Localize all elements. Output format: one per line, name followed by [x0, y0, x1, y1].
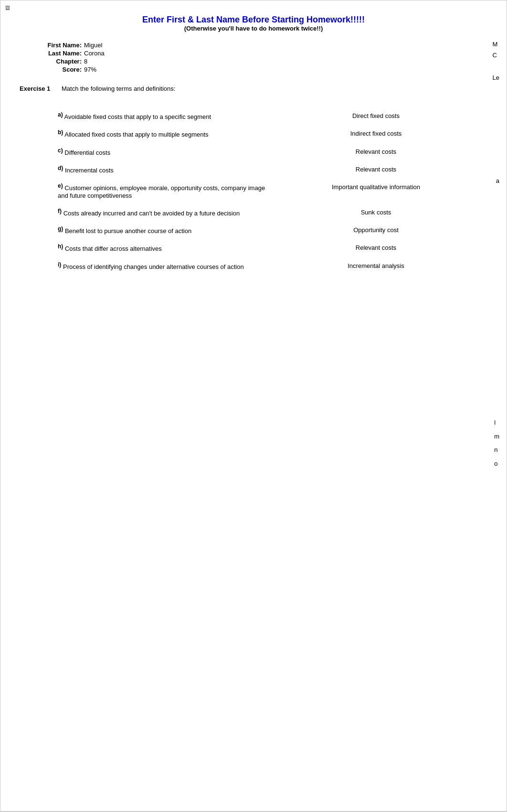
margin-letter-a: a: [496, 177, 499, 184]
bottom-letter-o: o: [494, 457, 499, 471]
match-text-b: Indirect fixed costs: [350, 130, 402, 137]
match-text-a: Direct fixed costs: [352, 112, 400, 119]
item-label-g: g): [58, 225, 63, 232]
match-col-i: Incremental analysis: [284, 261, 468, 269]
match-col-e: Important qualitative information: [284, 182, 468, 191]
bottom-margin-letters: l m n o: [494, 416, 499, 470]
definition-col-f: f) Costs already incurred and can't be a…: [58, 208, 284, 217]
item-label-a: a): [58, 111, 63, 118]
firstname-row: First Name: Miguel: [39, 42, 487, 49]
matching-row-a: a) Avoidable fixed costs that apply to a…: [58, 111, 468, 120]
matching-row-f: f) Costs already incurred and can't be a…: [58, 208, 468, 217]
definition-col-d: d) Incremental costs: [58, 165, 284, 174]
lastname-row: Last Name: Corona: [39, 50, 487, 57]
match-col-c: Relevant costs: [284, 147, 468, 155]
definition-col-h: h) Costs that differ across alternatives: [58, 243, 284, 252]
item-label-e: e): [58, 182, 63, 189]
score-row: Score: 97%: [39, 66, 487, 73]
match-text-d: Relevant costs: [356, 166, 396, 173]
item-label-i: i): [58, 261, 61, 268]
match-text-i: Incremental analysis: [348, 262, 404, 269]
firstname-label: First Name:: [39, 42, 82, 49]
item-label-d: d): [58, 165, 63, 171]
match-text-h: Relevant costs: [356, 244, 396, 251]
exercise-number: Exercise 1: [20, 85, 50, 92]
match-text-f: Sunk costs: [361, 209, 391, 216]
matching-row-i: i) Process of identifying changes under …: [58, 261, 468, 270]
item-text-b: Allocated fixed costs that apply to mult…: [64, 131, 208, 139]
item-label-h: h): [58, 243, 63, 250]
match-col-f: Sunk costs: [284, 208, 468, 216]
match-col-b: Indirect fixed costs: [284, 129, 468, 137]
matching-row-b: b) Allocated fixed costs that apply to m…: [58, 129, 468, 138]
exercise-section: Exercise 1 Match the following terms and…: [20, 85, 487, 92]
item-text-g: Benefit lost to pursue another course of…: [65, 227, 191, 235]
item-text-e: Customer opinions, employee morale, oppo…: [58, 185, 265, 199]
margin-letter-m: M: [493, 39, 499, 50]
header-subtitle: (Otherwise you'll have to do homework tw…: [20, 25, 487, 32]
item-label-f: f): [58, 208, 62, 214]
item-text-i: Process of identifying changes under alt…: [63, 263, 244, 270]
definition-col-a: a) Avoidable fixed costs that apply to a…: [58, 111, 284, 120]
item-text-c: Differential costs: [64, 149, 110, 156]
match-text-c: Relevant costs: [356, 148, 396, 155]
definition-col-g: g) Benefit lost to pursue another course…: [58, 225, 284, 235]
definition-col-b: b) Allocated fixed costs that apply to m…: [58, 129, 284, 138]
margin-letter-blank: [493, 61, 499, 72]
header-title: Enter First & Last Name Before Starting …: [20, 15, 487, 25]
definition-col-c: c) Differential costs: [58, 147, 284, 156]
lastname-label: Last Name:: [39, 50, 82, 57]
bottom-letter-m: m: [494, 430, 499, 444]
definition-col-i: i) Process of identifying changes under …: [58, 261, 284, 270]
matching-table: a) Avoidable fixed costs that apply to a…: [58, 111, 468, 270]
matching-row-h: h) Costs that differ across alternatives…: [58, 243, 468, 252]
match-text-e: Important qualitative information: [332, 183, 420, 191]
match-col-a: Direct fixed costs: [284, 111, 468, 119]
definition-col-e: e) Customer opinions, employee morale, o…: [58, 182, 284, 199]
bottom-letter-l: l: [494, 416, 499, 430]
chapter-row: Chapter: 8: [39, 58, 487, 65]
margin-letter-c: C: [493, 50, 499, 61]
score-value: 97%: [84, 66, 96, 73]
match-text-g: Opportunity cost: [353, 226, 399, 234]
match-col-g: Opportunity cost: [284, 225, 468, 234]
page-icon: 🖼: [5, 5, 10, 11]
page-header: Enter First & Last Name Before Starting …: [20, 10, 487, 32]
right-margin-top: M C Le: [493, 39, 499, 84]
chapter-label: Chapter:: [39, 58, 82, 65]
score-label: Score:: [39, 66, 82, 73]
margin-letter-le: Le: [493, 72, 499, 83]
item-text-f: Costs already incurred and can't be avoi…: [63, 210, 240, 217]
page-container: 🖼 Enter First & Last Name Before Startin…: [0, 0, 507, 812]
bottom-letter-n: n: [494, 443, 499, 457]
exercise-instruction: Match the following terms and definition…: [62, 85, 175, 92]
matching-row-c: c) Differential costs Relevant costs: [58, 147, 468, 156]
match-col-d: Relevant costs: [284, 165, 468, 173]
match-col-h: Relevant costs: [284, 243, 468, 251]
item-text-h: Costs that differ across alternatives: [65, 246, 162, 253]
item-label-c: c): [58, 147, 63, 154]
matching-row-e: e) Customer opinions, employee morale, o…: [58, 182, 468, 199]
matching-row-d: d) Incremental costs Relevant costs: [58, 165, 468, 174]
chapter-value: 8: [84, 58, 87, 65]
firstname-value: Miguel: [84, 42, 102, 49]
item-text-d: Incremental costs: [65, 167, 114, 174]
item-label-b: b): [58, 129, 63, 136]
item-text-a: Avoidable fixed costs that apply to a sp…: [64, 113, 211, 120]
user-info-section: First Name: Miguel Last Name: Corona Cha…: [39, 42, 487, 73]
matching-row-g: g) Benefit lost to pursue another course…: [58, 225, 468, 235]
lastname-value: Corona: [84, 50, 105, 57]
page-bottom-border: [0, 811, 507, 812]
